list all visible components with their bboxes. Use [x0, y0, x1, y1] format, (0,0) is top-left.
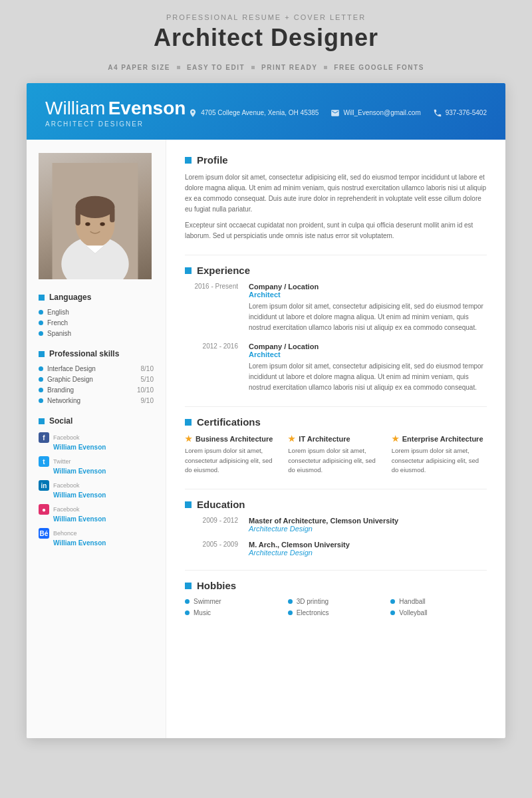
exp-desc-1: Lorem ipsum dolor sit amet, consectetur …	[249, 301, 487, 333]
page-subtitle: Professional Resume + Cover Letter	[154, 13, 378, 21]
languages-list: English French Spanish	[39, 309, 154, 337]
blue-square-icon	[185, 419, 192, 426]
profile-section: Profile Lorem ipsum dolor sit amet, cons…	[185, 154, 487, 241]
exp-item-2: 2012 - 2016 Company / Location Architect…	[185, 342, 487, 393]
svg-point-8	[100, 222, 104, 226]
behance-username: William Evenson	[39, 539, 154, 547]
cert-title-1: ★ Business Architecture	[185, 434, 280, 444]
last-name: Evenson	[108, 98, 186, 118]
exp-company-2: Company / Location	[249, 342, 487, 350]
twitter-username: William Evenson	[39, 467, 154, 475]
cert-desc-3: Lorem ipsum dolor sit amet, consectetur …	[392, 446, 487, 475]
hobby-3dprinting: 3D printing	[288, 598, 384, 605]
cert-grid: ★ Business Architecture Lorem ipsum dolo…	[185, 434, 487, 475]
exp-company-1: Company / Location	[249, 283, 487, 291]
exp-detail-1: Company / Location Architect Lorem ipsum…	[249, 283, 487, 333]
social-facebook: f Facebook William Evenson	[39, 432, 154, 451]
resume-header: William Evenson Architect Designer 4705 …	[27, 83, 505, 140]
page-title: Architect Designer	[154, 24, 378, 52]
edu-item-1: 2009 - 2012 Master of Architecture, Clem…	[185, 517, 487, 533]
person-photo-svg	[49, 163, 142, 279]
blue-square-icon	[39, 418, 45, 424]
edu-degree-1: Master of Architecture, Clemson Universi…	[249, 517, 398, 525]
contact-address: 4705 College Avenue, Xenia, OH 45385	[188, 108, 319, 118]
experience-section: Experience 2016 - Present Company / Loca…	[185, 265, 487, 393]
skills-heading: Professional skills	[39, 349, 154, 358]
exp-date-1: 2016 - Present	[185, 283, 238, 333]
blue-square-icon	[185, 267, 192, 274]
photo-placeholder	[39, 153, 152, 279]
experience-heading: Experience	[185, 265, 487, 276]
skill-branding: Branding 10/10	[39, 386, 154, 394]
star-icon-1: ★	[185, 434, 192, 444]
blue-square-icon	[39, 295, 45, 301]
dot-2	[251, 66, 255, 69]
tag-paper: A4 Paper Size	[108, 64, 170, 71]
facebook-icon: f	[39, 432, 49, 443]
skill-networking: Networking 9/10	[39, 397, 154, 404]
facebook-username: William Evenson	[39, 444, 154, 451]
contact-phone: 937-376-5402	[433, 108, 487, 118]
page-header: Professional Resume + Cover Letter Archi…	[154, 13, 378, 52]
blue-square-icon	[39, 351, 45, 357]
hobbies-grid: Swimmer 3D printing Handball Music Elect…	[185, 598, 487, 616]
main-content: Profile Lorem ipsum dolor sit amet, cons…	[166, 140, 505, 738]
edu-date-1: 2009 - 2012	[185, 517, 238, 533]
blue-square-icon	[185, 157, 192, 164]
resume-card: William Evenson Architect Designer 4705 …	[27, 83, 505, 738]
social-instagram: ● Facebook William Evenson	[39, 504, 154, 523]
tag-fonts: Free Google Fonts	[334, 64, 424, 71]
header-job-title: Architect Designer	[45, 120, 186, 128]
cert-1: ★ Business Architecture Lorem ipsum dolo…	[185, 434, 280, 475]
social-heading: Social	[39, 416, 154, 426]
email-text: Will_Evenson@gmail.com	[343, 109, 420, 116]
divider-3	[185, 489, 487, 489]
exp-detail-2: Company / Location Architect Lorem ipsum…	[249, 342, 487, 393]
lang-spanish: Spanish	[39, 330, 154, 337]
instagram-username: William Evenson	[39, 515, 154, 523]
edu-item-2: 2005 - 2009 M. Arch., Clemson University…	[185, 541, 487, 557]
blue-square-icon	[185, 501, 192, 508]
exp-desc-2: Lorem ipsum dolor sit amet, consectetur …	[249, 361, 487, 393]
instagram-icon: ●	[39, 504, 49, 515]
certifications-section: Certifications ★ Business Architecture L…	[185, 416, 487, 475]
hobbies-section: Hobbies Swimmer 3D printing Handball Mus…	[185, 580, 487, 616]
sidebar: Languages English French Spanish Profess…	[27, 140, 166, 738]
linkedin-icon: in	[39, 480, 49, 491]
cert-2: ★ IT Architecture Lorem ipsum dolor sit …	[288, 434, 383, 475]
certifications-heading: Certifications	[185, 416, 487, 428]
photo-box	[39, 153, 152, 279]
divider-4	[185, 570, 487, 571]
hobby-volleyball: Volleyball	[390, 609, 487, 616]
exp-role-2: Architect	[249, 350, 487, 358]
contact-info: 4705 College Avenue, Xenia, OH 45385 Wil…	[188, 108, 487, 118]
cert-desc-2: Lorem ipsum dolor sit amet, consectetur …	[288, 446, 383, 475]
phone-text: 937-376-5402	[446, 109, 487, 116]
profile-heading: Profile	[185, 154, 487, 166]
profile-text-1: Lorem ipsum dolor sit amet, consectetur …	[185, 172, 487, 215]
profile-text-2: Excepteur sint occaecat cupidatat non pr…	[185, 220, 487, 241]
edu-detail-1: Master of Architecture, Clemson Universi…	[249, 517, 398, 533]
hobby-handball: Handball	[390, 598, 487, 605]
social-linkedin: in Facebook William Evenson	[39, 480, 154, 499]
edu-degree-2: M. Arch., Clemson University	[249, 541, 350, 549]
skill-interface: Interface Design 8/10	[39, 365, 154, 372]
hobby-electronics: Electronics	[288, 609, 384, 616]
full-name: William Evenson	[45, 98, 186, 119]
tag-print: Print Ready	[261, 64, 317, 71]
social-twitter: t Twitter William Evenson	[39, 456, 154, 475]
dot-1	[177, 66, 180, 69]
education-section: Education 2009 - 2012 Master of Architec…	[185, 499, 487, 557]
divider-2	[185, 406, 487, 407]
skill-graphic: Graphic Design 5/10	[39, 376, 154, 383]
blue-square-icon	[185, 583, 192, 589]
svg-point-7	[85, 222, 90, 226]
languages-section: Languages English French Spanish	[39, 293, 154, 337]
address-text: 4705 College Avenue, Xenia, OH 45385	[201, 109, 319, 116]
hobbies-heading: Hobbies	[185, 580, 487, 591]
svg-point-4	[76, 196, 115, 218]
edu-detail-2: M. Arch., Clemson University Architectur…	[249, 541, 350, 557]
skills-section: Professional skills Interface Design 8/1…	[39, 349, 154, 404]
lang-french: French	[39, 319, 154, 327]
location-icon	[188, 108, 198, 118]
